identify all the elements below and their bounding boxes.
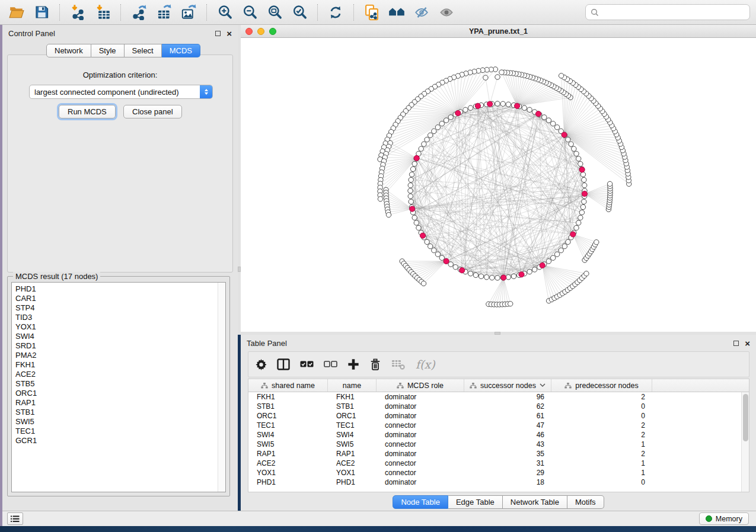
zoom-in-button[interactable]	[214, 2, 235, 23]
import-table-button[interactable]	[92, 2, 113, 23]
show-all-button[interactable]	[436, 2, 457, 23]
first-neighbors-button[interactable]	[386, 2, 407, 23]
table-row[interactable]: SWI4SWI4dominator462	[248, 430, 749, 440]
mcds-result-item[interactable]: TEC1	[15, 427, 225, 436]
tab-edge-table[interactable]: Edge Table	[448, 495, 503, 509]
refresh-layout-button[interactable]	[325, 2, 346, 23]
mcds-result-item[interactable]: ACE2	[15, 370, 225, 379]
mcds-result-item[interactable]: ORC1	[15, 389, 225, 398]
mcds-result-item[interactable]: YOX1	[15, 322, 225, 332]
table-cell: ACE2	[328, 459, 377, 468]
column-header-predecessor-nodes[interactable]: predecessor nodes	[551, 379, 652, 392]
table-row[interactable]: FKH1FKH1dominator962	[248, 392, 749, 402]
network-canvas[interactable]	[241, 38, 756, 332]
zoom-selected-button[interactable]	[289, 2, 310, 23]
mcds-result-item[interactable]: STB1	[15, 408, 225, 417]
divider-grip[interactable]	[238, 267, 241, 272]
mcds-result-item[interactable]: SRD1	[15, 341, 225, 351]
criterion-dropdown[interactable]: largest connected component (undirected)	[29, 85, 213, 99]
table-row[interactable]: RAP1RAP1dominator352	[248, 449, 749, 459]
refresh-icon	[328, 5, 343, 20]
table-cell: 43	[464, 440, 551, 449]
clear-table-button[interactable]	[391, 358, 406, 370]
search-field[interactable]	[585, 4, 750, 20]
horizontal-split-divider[interactable]	[241, 332, 756, 335]
tab-network-table[interactable]: Network Table	[503, 495, 567, 509]
tab-motifs[interactable]: Motifs	[567, 495, 604, 509]
gear-icon	[256, 359, 267, 370]
show-columns-button[interactable]	[277, 358, 290, 370]
table-scrollbar[interactable]	[741, 392, 749, 492]
toolbar-separator	[59, 4, 60, 21]
mcds-result-list[interactable]: PHD1CAR1STP4TID3YOX1SWI4SRD1PMA2FKH1ACE2…	[11, 282, 226, 492]
hide-selected-button[interactable]	[411, 2, 432, 23]
mcds-result-item[interactable]: TID3	[15, 313, 225, 322]
table-row[interactable]: ORC1ORC1dominator610	[248, 411, 749, 421]
mcds-result-item[interactable]: FKH1	[15, 360, 225, 370]
scrollbar-thumb[interactable]	[743, 394, 748, 441]
table-row[interactable]: ACE2ACE2connector311	[248, 459, 749, 468]
mcds-result-item[interactable]: CAR1	[15, 294, 225, 303]
table-row[interactable]: STB1STB1dominator620	[248, 402, 749, 411]
add-column-button[interactable]	[347, 358, 359, 370]
save-session-button[interactable]	[31, 2, 52, 23]
import-network-button[interactable]	[67, 2, 88, 23]
result-list-scrollbar[interactable]	[218, 283, 225, 492]
tab-node-table[interactable]: Node Table	[393, 495, 448, 509]
table-row[interactable]: PHD1PHD1dominator180	[248, 477, 749, 487]
mcds-result-item[interactable]: RAP1	[15, 398, 225, 408]
zoom-fit-button[interactable]	[264, 2, 285, 23]
table-row[interactable]: TEC1TEC1connector472	[248, 421, 749, 430]
table-cell: dominator	[377, 411, 464, 421]
close-window-icon[interactable]: ×	[227, 31, 232, 36]
table-panel-titlebar: Table Panel ×	[241, 335, 756, 351]
mcds-result-item[interactable]: SWI4	[15, 332, 225, 341]
table-cell: 47	[464, 421, 551, 430]
column-header-mcds-role[interactable]: MCDS role	[377, 379, 464, 392]
select-all-rows-button[interactable]	[300, 361, 314, 368]
mcds-result-item[interactable]: STP4	[15, 303, 225, 313]
memory-label: Memory	[716, 515, 742, 523]
network-window-titlebar[interactable]: YPA_prune.txt_1	[241, 25, 756, 38]
divider-grip[interactable]	[495, 332, 500, 335]
close-panel-button[interactable]: Close panel	[123, 105, 182, 118]
task-history-button[interactable]	[7, 512, 23, 525]
column-header-name[interactable]: name	[328, 379, 377, 392]
table-settings-button[interactable]	[256, 359, 267, 370]
function-builder-button[interactable]: f(x)	[416, 358, 435, 371]
float-window-icon[interactable]	[733, 341, 739, 346]
memory-button[interactable]: Memory	[699, 512, 749, 525]
float-window-icon[interactable]	[215, 31, 221, 36]
search-input[interactable]	[602, 8, 745, 17]
tab-style[interactable]: Style	[91, 44, 125, 57]
delete-column-button[interactable]	[369, 358, 381, 371]
control-panel-titlebar: Control Panel ×	[2, 25, 238, 41]
tab-mcds[interactable]: MCDS	[162, 44, 200, 57]
run-mcds-button[interactable]: Run MCDS	[59, 105, 116, 118]
export-image-button[interactable]	[178, 2, 199, 23]
vertical-split-divider[interactable]	[238, 25, 241, 335]
mcds-result-item[interactable]: PMA2	[15, 351, 225, 360]
tab-network[interactable]: Network	[46, 44, 91, 57]
mcds-result-item[interactable]: GCR1	[15, 436, 225, 446]
export-table-button[interactable]	[153, 2, 174, 23]
table-cell: dominator	[377, 477, 464, 487]
dropdown-spinner-icon	[200, 85, 212, 98]
table-cell: 2	[551, 449, 652, 459]
close-window-icon[interactable]: ×	[745, 341, 750, 346]
table-row[interactable]: SWI5SWI5connector431	[248, 440, 749, 449]
column-header-shared-name[interactable]: shared name	[248, 379, 328, 392]
mcds-result-item[interactable]: STB5	[15, 379, 225, 389]
zoom-out-button[interactable]	[239, 2, 260, 23]
mcds-result-item[interactable]: PHD1	[15, 284, 225, 294]
deselect-all-rows-button[interactable]	[324, 361, 337, 368]
table-cell: 62	[464, 402, 551, 411]
export-network-button[interactable]	[128, 2, 149, 23]
clone-network-button[interactable]	[361, 2, 382, 23]
open-file-button[interactable]	[6, 2, 27, 23]
column-header-successor-nodes[interactable]: successor nodes	[464, 379, 551, 392]
mcds-result-item[interactable]: SWI5	[15, 417, 225, 427]
table-row[interactable]: YOX1YOX1connector291	[248, 468, 749, 477]
tab-select[interactable]: Select	[125, 44, 162, 57]
table-cell: PHD1	[248, 477, 328, 487]
